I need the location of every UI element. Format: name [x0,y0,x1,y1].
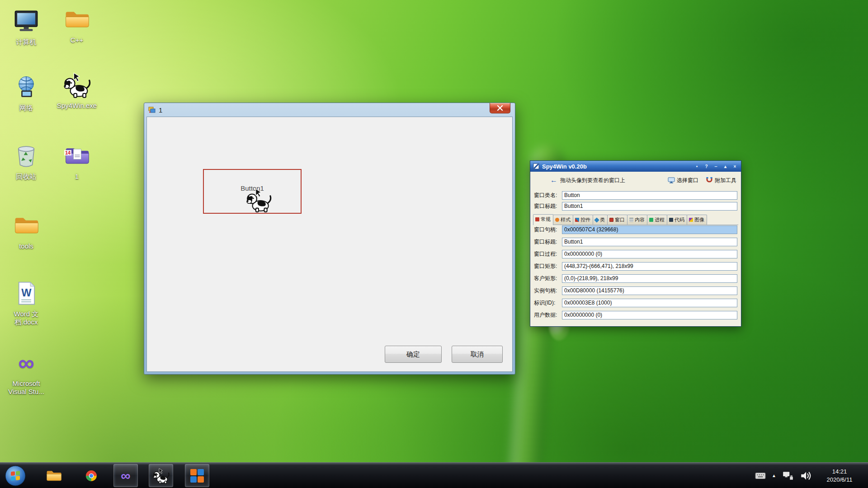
spy4win-titlebar[interactable]: Spy4Win v0.20b • ? ‒ ▲ × [530,161,741,172]
desktop-icon-label: 1 [53,173,100,181]
rollup-button[interactable]: ▲ [722,163,729,170]
spy4win-detail-rows: 窗口句柄: 0x000507C4 (329668) 窗口标题: Button1 … [530,225,741,319]
field-row-wndproc: 窗口过程: 0x00000000 (0) [530,249,741,258]
desktop-icon-label: Spy4Win.exe [52,102,102,110]
visual-studio-icon: ∞ [3,348,50,378]
computer-icon [3,6,50,36]
dialog-titlebar[interactable]: 1 [146,103,513,117]
tab-image[interactable]: 图像 [687,215,707,225]
taskbar-visual-studio-button[interactable]: ∞ [113,464,138,487]
field-label: 客户矩形: [534,275,562,282]
tool-icon [706,177,713,184]
taskbar-app-fc-button[interactable] [185,464,209,487]
taskbar-chrome-button[interactable] [79,464,104,487]
tab-code-icon [669,218,673,222]
spy4win-title: Spy4Win v0.20b [542,163,587,170]
pin-button[interactable]: • [693,163,700,170]
help-button[interactable]: ? [703,163,710,170]
cancel-button[interactable]: 取消 [452,346,503,363]
left-arrow-icon: ← [550,176,557,184]
desktop-icon-word-doc[interactable]: Word 文档.docx [3,278,50,326]
tab-general[interactable]: 常规 [533,214,553,225]
start-button[interactable] [5,465,26,487]
chrome-icon [83,468,99,484]
tab-process[interactable]: 进程 [647,215,667,225]
field-row-control-id: 标识(ID): 0x000003E8 (1000) [530,298,741,307]
visual-studio-icon: ∞ [121,469,130,483]
desktop-icon-label: Microsoft Visual Stu... [3,380,50,396]
client-rect-field[interactable]: (0,0)-(218,99), 218x99 [562,274,737,283]
taskbar-explorer-button[interactable] [42,464,66,487]
field-label: 窗口标题: [534,238,562,246]
instance-handle-field[interactable]: 0x00D80000 (14155776) [562,286,737,295]
show-hidden-icons-button[interactable]: ▲ [772,473,776,478]
window-class-field[interactable]: Button [562,191,737,200]
field-label: 窗口矩形: [534,263,562,270]
spy-drag-dog-avatar [245,188,272,212]
desktop-icon-label: 计算机 [3,38,50,46]
folder-icon [53,5,100,34]
windows-logo-icon [5,465,26,487]
desktop-icon-folder-1[interactable]: 14 1 [53,141,100,181]
purple-folder-icon: 14 [53,141,100,171]
field-row-window-rect: 窗口矩形: (448,372)-(666,471), 218x99 [530,262,741,271]
window-title-field[interactable]: Button1 [562,202,737,211]
attach-tool-button[interactable]: 附加工具 [706,177,736,184]
drag-hint-text: 拖动头像到要查看的窗口上 [560,177,625,184]
window-title-row: 窗口标题: Button1 [530,202,741,211]
desktop-icon-computer[interactable]: 计算机 [3,6,50,46]
tab-process-icon [649,218,653,222]
close-button[interactable]: × [731,163,738,170]
dog-icon [152,468,170,484]
tab-window-icon [609,218,613,222]
desktop-icon-spy4win-exe[interactable]: Spy4Win.exe [52,70,102,110]
window-class-label: 窗口类名: [534,192,562,199]
field-label: 窗口句柄: [534,226,562,234]
folder-badge: 14 [64,150,71,155]
spy4win-toolbar: ← 拖动头像到要查看的窗口上 选择窗口 附加工具 [530,174,741,187]
desktop-icon-recycle-bin[interactable]: 回收站 [3,141,50,181]
tab-image-icon [689,218,693,222]
system-tray: ▲ 14:21 2020/6/11 [755,463,868,488]
window-rect-field[interactable]: (448,372)-(666,471), 218x99 [562,262,737,271]
input-method-icon[interactable] [755,471,766,480]
close-button[interactable] [490,103,510,113]
tab-code[interactable]: 代码 [667,215,687,225]
taskbar: ∞ ▲ 14:21 2020/6/11 [0,462,868,488]
tab-content[interactable]: 内容 [627,215,647,225]
window-caption-field[interactable]: Button1 [562,238,737,246]
window-handle-field[interactable]: 0x000507C4 (329668) [562,225,737,234]
desktop-icon-label: 网络 [3,104,50,112]
tab-class-icon [594,217,599,222]
desktop-icon-visual-studio[interactable]: ∞ Microsoft Visual Stu... [3,348,50,396]
select-window-button[interactable]: 选择窗口 [668,177,698,184]
tab-style-icon [555,218,559,222]
dialog-app-icon [148,106,156,113]
taskbar-clock[interactable]: 14:21 2020/6/11 [817,468,862,483]
taskbar-spy4win-button[interactable] [149,464,173,487]
tab-control[interactable]: 控件 [573,215,593,225]
field-label: 窗口过程: [534,250,562,258]
field-row-caption: 窗口标题: Button1 [530,237,741,246]
dialog-window: 1 Button1 确定 取消 [144,103,515,375]
field-label: 实例句柄: [534,287,562,295]
spy4win-app-icon [533,163,539,169]
app-fc-icon [190,469,204,483]
window-title-label: 窗口标题: [534,202,562,210]
desktop-icon-network[interactable]: 网络 [3,72,50,112]
desktop-icon-tools-folder[interactable]: tools [3,211,50,250]
control-id-field[interactable]: 0x000003E8 (1000) [562,299,737,307]
spy-highlight-rect: Button1 [203,169,302,214]
volume-icon[interactable] [800,470,811,482]
desktop-icon-cpp-folder[interactable]: C++ [53,5,100,44]
desktop-icon-label: tools [3,242,50,250]
tab-style[interactable]: 样式 [553,215,573,225]
tab-window[interactable]: 窗口 [607,215,627,225]
window-proc-field[interactable]: 0x00000000 (0) [562,250,737,258]
network-status-icon[interactable] [782,470,794,482]
minimize-button[interactable]: ‒ [712,163,719,170]
ok-button[interactable]: 确定 [385,346,442,363]
desktop-icon-label: 回收站 [3,173,50,181]
tab-class[interactable]: 类 [593,215,608,225]
user-data-field[interactable]: 0x00000000 (0) [562,311,737,319]
